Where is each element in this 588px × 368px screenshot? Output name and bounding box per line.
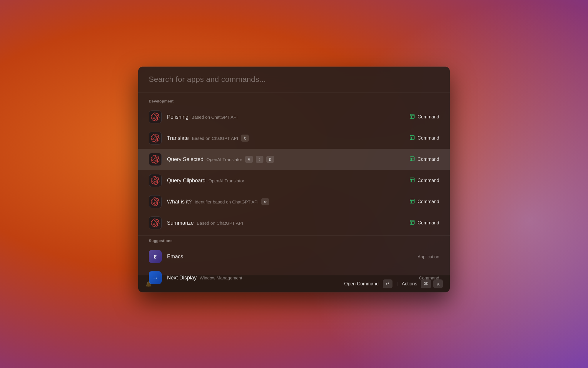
- section-header-development: Development: [138, 98, 450, 106]
- svg-rect-3: [410, 135, 414, 140]
- item-title: Summarize: [167, 220, 194, 226]
- mic-icon: 🔔: [145, 281, 152, 287]
- command-badge: Command: [409, 219, 439, 227]
- shortcut-key-w: w: [261, 198, 269, 205]
- command-type-icon: [409, 135, 415, 142]
- list-item[interactable]: ε Emacs Application: [138, 246, 450, 267]
- svg-rect-6: [410, 157, 414, 161]
- emacs-icon: ε: [149, 250, 162, 263]
- shortcut-key-cmd: ⌘: [245, 156, 253, 163]
- enter-key-badge: ↵: [383, 279, 392, 288]
- actions-label: Actions: [402, 281, 417, 286]
- item-title: Translate: [167, 135, 189, 141]
- command-type-icon: [409, 177, 415, 184]
- item-title: Emacs: [167, 253, 183, 260]
- shortcut-key-shift: ⇧: [256, 156, 263, 163]
- command-badge: Command: [409, 135, 439, 142]
- item-subtitle: Window Management: [200, 275, 242, 280]
- item-content: Query Clipboard OpenAI Translator: [167, 178, 409, 184]
- item-subtitle: Based on ChatGPT API: [197, 221, 243, 226]
- footer-left: 🔔: [145, 281, 152, 287]
- item-title: What is it?: [167, 199, 192, 205]
- command-badge: Command: [409, 156, 439, 163]
- list-item[interactable]: Query Clipboard OpenAI Translator Comman…: [138, 170, 450, 191]
- svg-rect-0: [410, 114, 414, 118]
- list-item[interactable]: Translate Based on ChatGPT API t Command: [138, 127, 450, 149]
- chatgpt-icon: [149, 216, 162, 229]
- list-item[interactable]: Query Selected OpenAI Translator ⌘ ⇧ D C…: [138, 149, 450, 170]
- chatgpt-icon: [149, 195, 162, 208]
- command-type-icon: [409, 219, 415, 227]
- item-type-label: Command: [417, 199, 439, 204]
- footer-right: Open Command ↵ | Actions ⌘ K: [344, 279, 443, 288]
- item-content: Polishing Based on ChatGPT API: [167, 114, 409, 120]
- shortcut-key-d: D: [266, 156, 274, 163]
- list-item[interactable]: Summarize Based on ChatGPT API Command: [138, 212, 450, 233]
- item-content: Translate Based on ChatGPT API t: [167, 135, 409, 142]
- list-item[interactable]: Polishing Based on ChatGPT API Command: [138, 106, 450, 127]
- item-type-label: Command: [417, 135, 439, 141]
- command-badge: Command: [409, 113, 439, 121]
- item-right: Command: [409, 135, 439, 142]
- item-right: Command: [409, 198, 439, 205]
- svg-rect-9: [410, 178, 414, 182]
- search-input[interactable]: [149, 75, 439, 84]
- search-bar: [138, 67, 450, 92]
- command-badge: Command: [409, 198, 439, 205]
- item-title: Polishing: [167, 114, 188, 120]
- list-item[interactable]: What is it? Identifier based on ChatGPT …: [138, 191, 450, 212]
- svg-rect-15: [410, 220, 414, 224]
- chatgpt-icon: [149, 174, 162, 187]
- results-area: Development Polishing Based on ChatGPT A…: [138, 92, 450, 275]
- item-content: Query Selected OpenAI Translator ⌘ ⇧ D: [167, 156, 409, 163]
- shortcut-key: t: [241, 135, 249, 142]
- item-right: Application: [418, 254, 439, 259]
- item-subtitle: Identifier based on ChatGPT API: [195, 199, 258, 204]
- item-right: Command: [409, 156, 439, 163]
- section-header-suggestions: Suggestions: [138, 237, 450, 246]
- item-right: Command: [409, 219, 439, 227]
- k-key-badge: K: [433, 279, 443, 288]
- item-subtitle: OpenAI Translator: [206, 157, 242, 162]
- item-title: Next Display: [167, 275, 197, 281]
- command-type-icon: [409, 113, 415, 121]
- item-content: Emacs: [167, 253, 418, 260]
- item-title: Query Selected: [167, 156, 203, 163]
- item-type-label: Command: [417, 178, 439, 183]
- svg-rect-12: [410, 199, 414, 203]
- item-type-label: Command: [417, 114, 439, 120]
- item-title: Query Clipboard: [167, 178, 206, 184]
- item-subtitle: Based on ChatGPT API: [191, 115, 238, 120]
- item-right: Command: [409, 113, 439, 121]
- item-subtitle: Based on ChatGPT API: [192, 136, 238, 141]
- item-right: Command: [409, 177, 439, 184]
- item-type-label: Command: [417, 220, 439, 226]
- item-subtitle: OpenAI Translator: [208, 178, 244, 183]
- open-command-label: Open Command: [344, 281, 379, 286]
- command-type-icon: [409, 198, 415, 205]
- spotlight-window: Development Polishing Based on ChatGPT A…: [138, 67, 450, 292]
- command-badge: Command: [409, 177, 439, 184]
- footer-separator: |: [397, 281, 398, 286]
- section-divider: [138, 235, 450, 236]
- command-type-icon: [409, 156, 415, 163]
- cmd-key-badge: ⌘: [421, 279, 431, 288]
- chatgpt-icon: [149, 153, 162, 166]
- item-type-label: Command: [417, 157, 439, 162]
- chatgpt-icon: [149, 132, 162, 145]
- item-type-label: Application: [418, 254, 439, 259]
- item-content: Summarize Based on ChatGPT API: [167, 220, 409, 226]
- item-content: What is it? Identifier based on ChatGPT …: [167, 198, 409, 205]
- chatgpt-icon: [149, 110, 162, 123]
